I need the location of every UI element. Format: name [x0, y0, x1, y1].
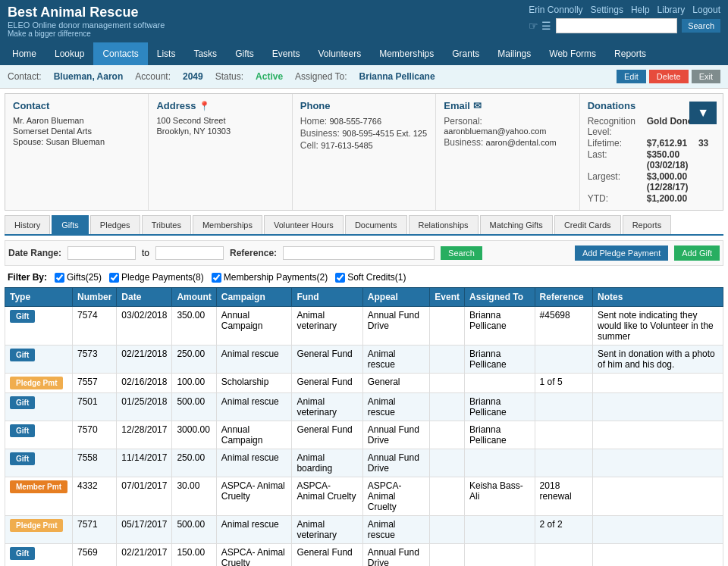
cell-type[interactable]: Gift: [5, 393, 73, 421]
tab-matching-gifts[interactable]: Matching Gifts: [480, 215, 553, 234]
nav-web-forms[interactable]: Web Forms: [540, 42, 605, 65]
type-button[interactable]: Gift: [10, 452, 35, 465]
donations-dropdown-button[interactable]: ▼: [689, 102, 717, 124]
type-button[interactable]: Member Pmt: [10, 480, 67, 493]
cell-type[interactable]: Gift: [5, 307, 73, 346]
nav-tasks[interactable]: Tasks: [184, 42, 226, 65]
cell-type[interactable]: Gift: [5, 544, 73, 567]
cell-campaign: ASPCA- Animal Cruelty: [216, 544, 292, 567]
date-from-input[interactable]: [67, 246, 136, 260]
contact-line-1: Mr. Aaron Blueman: [13, 116, 140, 125]
col-fund: Fund: [292, 288, 362, 307]
app-branding: Best Animal Rescue ELEO Online donor man…: [8, 5, 165, 38]
add-gift-button[interactable]: Add Gift: [674, 245, 720, 261]
exit-button[interactable]: Exit: [692, 70, 720, 83]
cell-type[interactable]: Gift: [5, 421, 73, 449]
filter-gifts[interactable]: Gifts(25): [55, 272, 102, 283]
filter-membership-payments-checkbox[interactable]: [212, 273, 221, 283]
gifts-section: Date Range: to Reference: Search Add Ple…: [5, 240, 723, 566]
cell-type[interactable]: Gift: [5, 449, 73, 477]
table-header-row: Type Number Date Amount Campaign Fund Ap…: [5, 288, 723, 307]
filter-soft-credits-checkbox[interactable]: [335, 273, 345, 283]
filter-pledge-payments-checkbox[interactable]: [109, 273, 119, 283]
cell-type[interactable]: Gift: [5, 346, 73, 374]
table-row: Gift 7501 01/25/2018 500.00 Animal rescu…: [5, 393, 723, 421]
cell-date: 11/14/2017: [117, 449, 172, 477]
nav-home[interactable]: Home: [3, 42, 46, 65]
nav-volunteers[interactable]: Volunteers: [309, 42, 370, 65]
date-range-label: Date Range:: [8, 248, 61, 258]
tab-gifts[interactable]: Gifts: [52, 215, 89, 234]
cell-campaign: Scholarship: [216, 374, 292, 393]
date-to-input[interactable]: [155, 246, 224, 260]
cell-event: [430, 393, 465, 421]
type-button[interactable]: Gift: [10, 349, 35, 361]
list-icon[interactable]: ☰: [541, 20, 551, 32]
tab-reports[interactable]: Reports: [623, 215, 672, 234]
logout-link[interactable]: Logout: [692, 5, 720, 15]
nav-events[interactable]: Events: [263, 42, 309, 65]
table-row: Member Pmt 4332 07/01/2017 30.00 ASPCA- …: [5, 477, 723, 516]
nav-grants[interactable]: Grants: [443, 42, 488, 65]
tab-memberships[interactable]: Memberships: [193, 215, 262, 234]
cell-campaign: ASPCA- Animal Cruelty: [216, 477, 292, 516]
filter-by-label: Filter By:: [8, 272, 47, 283]
cell-number: 7501: [73, 393, 117, 421]
col-number: Number: [73, 288, 117, 307]
cell-type[interactable]: Pledge Pmt: [5, 374, 73, 393]
phone-panel-title: Phone: [300, 100, 428, 111]
col-date: Date: [117, 288, 172, 307]
hand-icon[interactable]: ☞: [529, 20, 538, 32]
cell-reference: 2018 renewal: [535, 477, 592, 516]
settings-link[interactable]: Settings: [591, 5, 623, 15]
cell-campaign: Annual Campaign: [216, 421, 292, 449]
filter-membership-payments[interactable]: Membership Payments(2): [212, 272, 328, 283]
cell-assigned-to: [464, 516, 535, 544]
cell-fund: General Fund: [292, 346, 362, 374]
nav-memberships[interactable]: Memberships: [370, 42, 443, 65]
cell-number: 7558: [73, 449, 117, 477]
cell-notes: Sent in donation with a photo of him and…: [592, 346, 723, 374]
cell-campaign: Animal rescue: [216, 346, 292, 374]
cell-notes: [592, 393, 723, 421]
type-button[interactable]: Pledge Pmt: [10, 377, 63, 389]
tab-documents[interactable]: Documents: [345, 215, 407, 234]
help-link[interactable]: Help: [631, 5, 650, 15]
type-button[interactable]: Pledge Pmt: [10, 519, 63, 532]
global-search-input[interactable]: [556, 18, 677, 33]
nav-lists[interactable]: Lists: [148, 42, 185, 65]
nav-gifts[interactable]: Gifts: [226, 42, 263, 65]
tab-tributes[interactable]: Tributes: [142, 215, 191, 234]
filter-gifts-checkbox[interactable]: [55, 273, 64, 283]
filter-pledge-payments[interactable]: Pledge Payments(8): [109, 272, 204, 283]
cell-amount: 3000.00: [172, 421, 216, 449]
cell-notes: [592, 544, 723, 567]
tab-pledges[interactable]: Pledges: [90, 215, 140, 234]
nav-lookup[interactable]: Lookup: [46, 42, 93, 65]
tab-volunteer-hours[interactable]: Volunteer Hours: [264, 215, 344, 234]
type-button[interactable]: Gift: [10, 424, 35, 437]
nav-contacts[interactable]: Contacts: [93, 42, 147, 65]
tab-credit-cards[interactable]: Credit Cards: [554, 215, 621, 234]
filter-soft-credits[interactable]: Soft Credits(1): [335, 272, 406, 283]
nav-reports[interactable]: Reports: [605, 42, 655, 65]
delete-button[interactable]: Delete: [649, 70, 689, 83]
library-link[interactable]: Library: [657, 5, 686, 15]
gifts-search-button[interactable]: Search: [441, 246, 482, 260]
cell-type[interactable]: Member Pmt: [5, 477, 73, 516]
cell-campaign: Annual Campaign: [216, 307, 292, 346]
global-search-button[interactable]: Search: [682, 19, 720, 33]
cell-appeal: Annual Fund Drive: [362, 544, 429, 567]
type-button[interactable]: Gift: [10, 547, 35, 560]
cell-amount: 350.00: [172, 307, 216, 346]
add-pledge-payment-button[interactable]: Add Pledge Payment: [575, 245, 668, 261]
type-button[interactable]: Gift: [10, 396, 35, 409]
reference-input[interactable]: [283, 246, 435, 260]
type-button[interactable]: Gift: [10, 310, 35, 323]
nav-mailings[interactable]: Mailings: [488, 42, 540, 65]
cell-type[interactable]: Pledge Pmt: [5, 516, 73, 544]
cell-fund: Animal veterinary: [292, 516, 362, 544]
tab-relationships[interactable]: Relationships: [409, 215, 479, 234]
edit-button[interactable]: Edit: [617, 70, 646, 83]
tab-history[interactable]: History: [5, 215, 50, 234]
